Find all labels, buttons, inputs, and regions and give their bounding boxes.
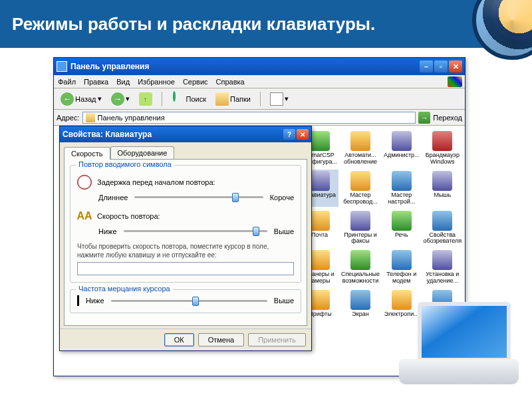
cp-item-label: Мастер настрой... <box>388 192 415 205</box>
control-panel-item-4[interactable]: Брандмауэр Windows <box>422 130 464 167</box>
laptop-decoration <box>399 302 525 395</box>
menu-edit[interactable]: Правка <box>84 78 108 86</box>
go-button[interactable]: → <box>418 112 430 124</box>
cp-item-label: Свойства обозревателя <box>424 232 462 245</box>
maximize-button[interactable]: ▫ <box>434 61 448 72</box>
rate-left: Ниже <box>98 227 117 235</box>
minimize-button[interactable]: – <box>420 61 433 72</box>
menu-file[interactable]: Файл <box>58 78 76 86</box>
menu-favorites[interactable]: Избранное <box>138 78 175 86</box>
dialog-titlebar[interactable]: Свойства: Клавиатура ? ✕ <box>60 126 311 142</box>
toolbar: Назад▾ ▾ Поиск Папки ▾ <box>54 88 465 110</box>
up-button[interactable] <box>136 91 155 107</box>
search-button[interactable]: Поиск <box>169 91 209 107</box>
control-panel-item-14[interactable]: Свойства обозревателя <box>422 209 464 247</box>
close-button[interactable]: ✕ <box>449 61 462 72</box>
rate-right: Выше <box>274 227 294 235</box>
dialog-close-button[interactable]: ✕ <box>297 129 309 140</box>
cp-item-label: Принтеры и факсы <box>344 232 377 245</box>
cp-item-icon <box>392 250 412 270</box>
dialog-help-button[interactable]: ? <box>283 129 295 140</box>
menubar: Файл Правка Вид Избранное Сервис Справка <box>54 75 465 88</box>
repeat-group: Повтор вводимого символа Задержка перед … <box>70 165 301 283</box>
cancel-button[interactable]: Отмена <box>198 333 244 346</box>
keyboard-properties-dialog: Свойства: Клавиатура ? ✕ Скорость Оборуд… <box>59 126 312 351</box>
control-panel-item-2[interactable]: Автомати... обновление <box>340 130 381 167</box>
go-label: Переход <box>433 114 462 122</box>
back-icon <box>61 92 74 106</box>
control-panel-icon <box>86 113 95 122</box>
cp-item-icon <box>310 290 330 310</box>
rate-slider[interactable] <box>124 230 267 232</box>
menu-tools[interactable]: Сервис <box>183 78 208 86</box>
blink-right: Выше <box>274 297 294 305</box>
ok-button[interactable]: ОК <box>164 333 194 346</box>
cp-item-icon <box>432 171 452 191</box>
views-icon <box>270 92 283 106</box>
views-button[interactable]: ▾ <box>267 91 291 107</box>
control-panel-item-19[interactable]: Установка и удаление... <box>422 249 464 286</box>
control-panel-item-12[interactable]: Принтеры и факсы <box>340 209 381 247</box>
window-titlebar[interactable]: Панель управления – ▫ ✕ <box>54 58 465 75</box>
cp-item-icon <box>432 131 452 151</box>
folders-icon <box>215 92 229 106</box>
delay-slider[interactable] <box>134 196 263 198</box>
cp-item-icon <box>310 171 330 191</box>
tab-hardware[interactable]: Оборудование <box>110 146 175 159</box>
window-icon <box>57 61 67 72</box>
delay-left: Длиннее <box>98 194 128 201</box>
address-input[interactable]: Панель управления <box>82 112 416 124</box>
slide-title: Режимы работы и раскладки клавиатуры. <box>12 15 375 34</box>
control-panel-item-13[interactable]: Речь <box>382 209 421 247</box>
cp-item-icon <box>350 250 370 270</box>
cp-item-label: Мышь <box>434 192 451 199</box>
delay-icon <box>77 175 92 190</box>
cp-item-icon <box>310 250 330 270</box>
rate-label: Скорость повтора: <box>97 212 160 220</box>
rate-icon: AA <box>77 209 92 223</box>
apply-button[interactable]: Применить <box>248 333 306 346</box>
windows-flag-icon <box>448 76 462 87</box>
control-panel-item-18[interactable]: Телефон и модем <box>382 249 421 286</box>
slide-header: Режимы работы и раскладки клавиатуры. <box>0 0 532 48</box>
forward-icon <box>111 92 124 106</box>
menu-view[interactable]: Вид <box>116 78 130 86</box>
cp-item-icon <box>310 211 330 231</box>
cp-item-label: Речь <box>395 232 408 239</box>
repeat-test-input[interactable] <box>77 262 294 275</box>
menu-help[interactable]: Справка <box>216 78 245 86</box>
control-panel-item-22[interactable]: Экран <box>340 289 381 326</box>
cursor-preview <box>77 295 79 306</box>
delay-right: Короче <box>270 194 294 201</box>
repeat-group-title: Повтор вводимого символа <box>76 160 174 168</box>
control-panel-item-8[interactable]: Мастер настрой... <box>382 170 421 207</box>
repeat-hint: Чтобы проверить скорость повтора, помест… <box>77 243 294 259</box>
cp-item-icon <box>350 171 370 191</box>
cp-item-label: Администр... <box>384 152 420 159</box>
forward-button[interactable]: ▾ <box>108 91 132 107</box>
control-panel-item-7[interactable]: Мастер беспровод... <box>340 170 381 207</box>
control-panel-item-3[interactable]: Администр... <box>382 130 421 167</box>
tab-speed[interactable]: Скорость <box>64 147 110 160</box>
control-panel-item-9[interactable]: Мышь <box>422 170 464 207</box>
cp-item-icon <box>350 131 370 151</box>
cp-item-icon <box>392 171 412 191</box>
corner-decoration <box>472 0 532 60</box>
control-panel-item-17[interactable]: Специальные возможности <box>340 249 381 286</box>
blink-left: Ниже <box>86 297 104 305</box>
search-icon <box>172 92 185 106</box>
cp-item-label: Экран <box>352 311 368 318</box>
cp-item-icon <box>432 211 452 231</box>
cp-item-icon <box>350 290 370 310</box>
up-icon <box>139 92 152 106</box>
delay-label: Задержка перед началом повтора: <box>97 178 215 186</box>
cp-item-label: Телефон и модем <box>386 271 416 285</box>
address-bar: Адрес: Панель управления → Переход <box>54 110 465 126</box>
back-button[interactable]: Назад▾ <box>58 91 104 107</box>
blink-group: Частота мерцания курсора Ниже Выше <box>70 289 301 313</box>
cp-item-label: Мастер беспровод... <box>343 192 378 205</box>
cp-item-label: Установка и удаление... <box>426 271 459 285</box>
folders-button[interactable]: Папки <box>213 91 253 107</box>
blink-slider[interactable] <box>111 300 267 302</box>
cp-item-icon <box>392 131 412 151</box>
